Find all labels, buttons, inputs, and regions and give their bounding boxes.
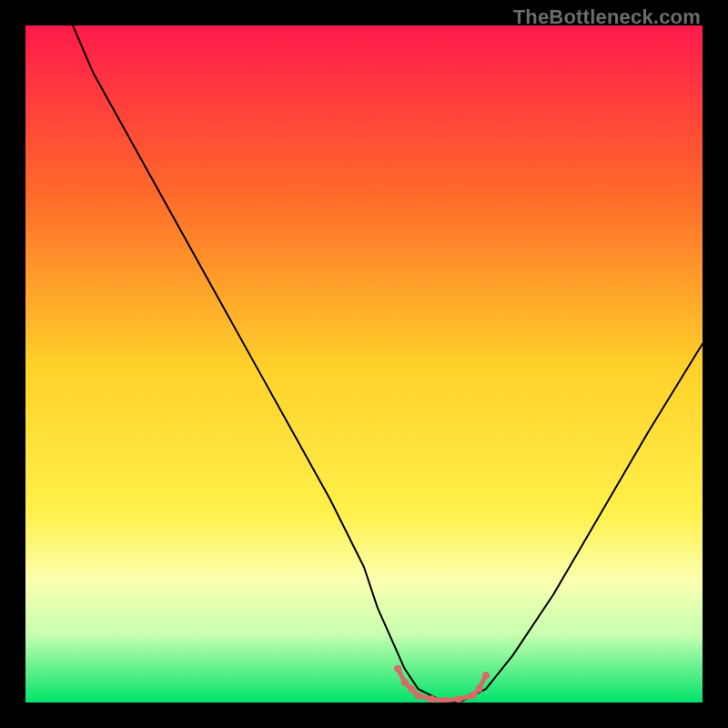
marker-optimal-band bbox=[428, 695, 435, 703]
marker-optimal-band bbox=[455, 695, 462, 703]
chart-svg bbox=[25, 25, 703, 703]
marker-optimal-band bbox=[469, 693, 476, 700]
marker-optimal-band bbox=[401, 679, 409, 686]
marker-optimal-band bbox=[482, 672, 490, 679]
chart-frame: { "watermark": "TheBottleneck.com", "cha… bbox=[0, 0, 728, 728]
plot-area bbox=[25, 25, 703, 703]
watermark-text: TheBottleneck.com bbox=[513, 5, 701, 29]
marker-optimal-band bbox=[415, 693, 422, 700]
marker-optimal-band bbox=[394, 665, 401, 672]
chart-background bbox=[25, 25, 703, 703]
marker-optimal-band bbox=[408, 685, 415, 693]
marker-optimal-band bbox=[475, 685, 482, 693]
